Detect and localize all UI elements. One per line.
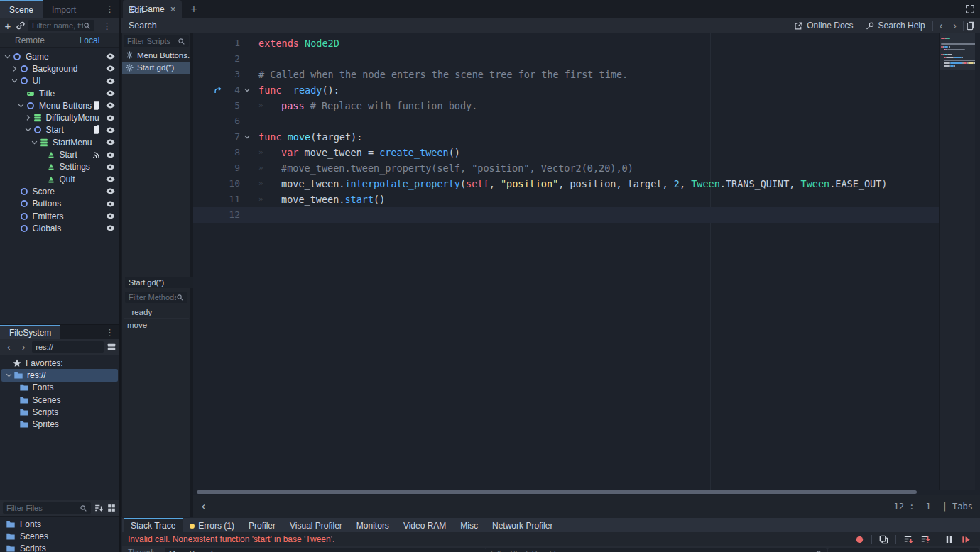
file-item-scripts[interactable]: Scripts [0, 543, 119, 552]
scene-node-startmenu[interactable]: StartMenu [0, 136, 119, 148]
file-item-fonts[interactable]: Fonts [0, 518, 119, 530]
visibility-eye-icon[interactable] [105, 223, 116, 233]
step-into-icon[interactable] [920, 534, 930, 545]
fs-node-favorites[interactable]: Favorites: [0, 357, 119, 369]
distraction-free-icon[interactable] [965, 4, 975, 14]
scene-node-quit[interactable]: Quit [0, 173, 119, 185]
scripts-panel-toggle-icon[interactable] [966, 21, 976, 31]
menu-edit[interactable]: Edit [121, 2, 165, 18]
fs-node-sprites[interactable]: Sprites [0, 418, 119, 430]
signal-icon[interactable] [92, 150, 102, 160]
fs-node-fonts[interactable]: Fonts [0, 382, 119, 394]
script-item-start-gd[interactable]: Start.gd(*) [122, 62, 190, 74]
code-line-12[interactable]: 12 [193, 207, 939, 223]
visibility-eye-icon[interactable] [105, 211, 116, 221]
method-item-ready[interactable]: _ready [124, 306, 189, 319]
tab-import[interactable]: Import [43, 0, 85, 18]
code-line-3[interactable]: 3# Called when the node enters the scene… [193, 67, 939, 82]
continue-icon[interactable] [961, 534, 971, 545]
debug-tab-visual-profiler[interactable]: Visual Profiler [283, 518, 349, 532]
debug-tab-stack-trace[interactable]: Stack Trace [124, 518, 183, 532]
new-scene-tab-button[interactable]: + [190, 3, 197, 16]
scene-tree-menu-icon[interactable]: ⋮ [97, 21, 116, 31]
online-docs-button[interactable]: Online Docs [789, 21, 858, 31]
fold-chevron-icon[interactable] [243, 133, 251, 141]
tab-scene[interactable]: Scene [0, 0, 43, 18]
expander-icon[interactable] [10, 77, 19, 85]
fs-path-input[interactable] [36, 343, 100, 351]
scene-node-start[interactable]: Start [0, 148, 119, 160]
fs-thumbnail-view-icon[interactable] [107, 503, 116, 513]
horizontal-scrollbar[interactable] [197, 490, 917, 494]
scene-node-menu-buttons[interactable]: Menu Buttons [0, 99, 119, 111]
code-minimap[interactable] [939, 33, 975, 490]
visibility-eye-icon[interactable] [105, 100, 116, 111]
scene-node-emitters[interactable]: Emitters [0, 210, 119, 222]
filter-methods-input[interactable] [129, 293, 176, 302]
code-editor[interactable]: 1extends Node2D23# Called when the node … [193, 33, 980, 517]
expander-icon[interactable] [3, 53, 12, 61]
scene-node-buttons[interactable]: Buttons [0, 198, 119, 210]
local-tab[interactable]: Local [60, 33, 119, 47]
code-line-2[interactable]: 2 [193, 51, 939, 67]
script-icon[interactable] [92, 101, 102, 111]
scene-node-background[interactable]: Background [0, 62, 119, 74]
code-line-4[interactable]: 4func _ready(): [193, 82, 939, 98]
visibility-eye-icon[interactable] [105, 63, 116, 74]
code-line-10[interactable]: 10»move_tween.interpolate_property(self,… [193, 176, 939, 192]
expander-icon[interactable] [23, 114, 33, 122]
instance-scene-icon[interactable] [16, 21, 26, 31]
scene-node-title[interactable]: Title [0, 87, 119, 99]
scene-filter-input[interactable] [32, 21, 83, 30]
pause-icon[interactable] [944, 534, 954, 545]
search-help-button[interactable]: Search Help [861, 21, 930, 31]
expander-icon[interactable] [10, 65, 19, 73]
visibility-eye-icon[interactable] [105, 51, 116, 62]
history-back-button[interactable]: ‹ [935, 20, 947, 31]
visibility-eye-icon[interactable] [105, 76, 116, 87]
filter-scripts-input[interactable] [127, 37, 178, 45]
indent-type-indicator[interactable]: | Tabs [942, 502, 973, 512]
debug-tab-network-profiler[interactable]: Network Profiler [485, 518, 560, 532]
scene-node-game[interactable]: Game [0, 50, 119, 62]
visibility-eye-icon[interactable] [105, 88, 116, 99]
visibility-eye-icon[interactable] [105, 113, 116, 123]
break-button[interactable] [854, 534, 865, 545]
expander-icon[interactable] [23, 126, 33, 134]
visibility-eye-icon[interactable] [105, 150, 116, 160]
fold-chevron-icon[interactable] [243, 86, 251, 94]
fs-sort-icon[interactable] [94, 503, 104, 513]
step-over-icon[interactable] [903, 534, 913, 545]
filesystem-menu-icon[interactable]: ⋮ [100, 327, 119, 338]
menu-search[interactable]: Search [121, 18, 165, 33]
debug-tab-video-ram[interactable]: Video RAM [396, 518, 453, 532]
expander-icon[interactable] [30, 138, 39, 147]
scene-node-difficultymenu[interactable]: DifficultyMenu [0, 111, 119, 123]
script-item-menu-buttons-gd[interactable]: Menu Buttons.gd [122, 49, 190, 62]
copy-error-icon[interactable] [878, 534, 889, 545]
visibility-eye-icon[interactable] [105, 199, 116, 209]
code-line-6[interactable]: 6 [193, 114, 939, 129]
code-line-11[interactable]: 11»move_tween.start() [193, 192, 939, 207]
add-node-button[interactable]: + [3, 21, 13, 31]
file-item-scenes[interactable]: Scenes [0, 530, 119, 542]
debug-tab-misc[interactable]: Misc [453, 518, 485, 532]
remote-tab[interactable]: Remote [0, 33, 60, 47]
expander-icon[interactable] [4, 371, 13, 380]
visibility-eye-icon[interactable] [105, 186, 116, 197]
fs-node-res[interactable]: res:// [1, 369, 118, 381]
scene-node-score[interactable]: Score [0, 185, 119, 197]
fs-display-mode-icon[interactable] [107, 342, 116, 352]
fs-back-button[interactable]: ‹ [3, 341, 15, 353]
debug-tab-profiler[interactable]: Profiler [241, 518, 283, 532]
method-item-move[interactable]: move [124, 319, 189, 331]
scene-node-start[interactable]: Start [0, 124, 119, 136]
filter-stack-input[interactable] [489, 548, 815, 552]
scripts-panel-collapse-icon[interactable]: ‹ [200, 500, 207, 513]
debug-tab-monitors[interactable]: Monitors [349, 518, 396, 532]
scene-node-settings[interactable]: Settings [0, 161, 119, 173]
code-line-8[interactable]: 8»var move_tween = create_tween() [193, 145, 939, 160]
thread-dropdown[interactable]: Main Thread [165, 548, 486, 552]
code-line-7[interactable]: 7func move(target): [193, 129, 939, 145]
close-icon[interactable]: × [170, 4, 176, 14]
